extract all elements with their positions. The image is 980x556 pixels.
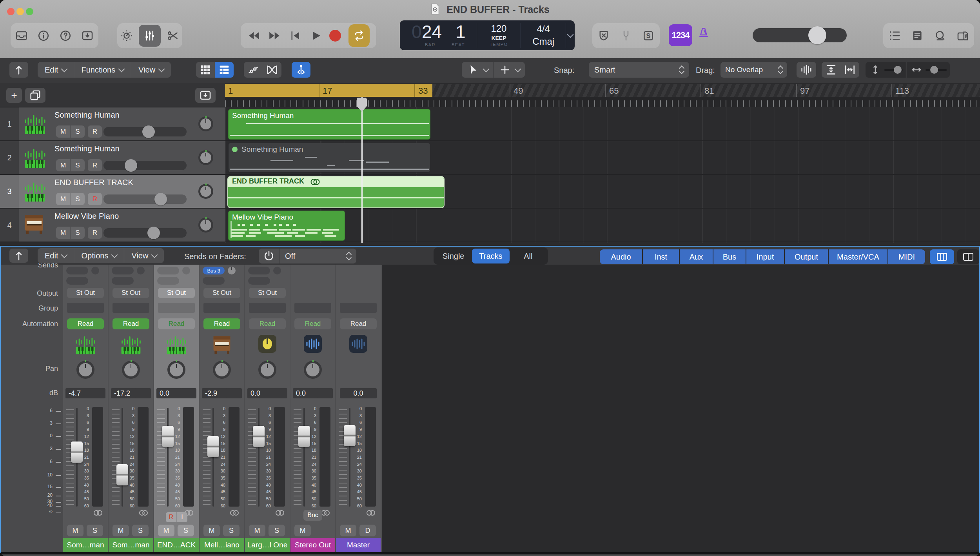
track-pan-knob[interactable] bbox=[198, 150, 213, 165]
solo-button[interactable]: S bbox=[71, 125, 85, 138]
group-slot[interactable] bbox=[158, 303, 195, 313]
volume-fader[interactable] bbox=[298, 426, 310, 447]
group-slot[interactable] bbox=[67, 303, 104, 313]
send-slot[interactable] bbox=[112, 267, 134, 274]
solo-button[interactable]: S bbox=[223, 525, 240, 536]
solo-button[interactable]: S bbox=[71, 227, 85, 239]
mixer-filter-input[interactable]: Input bbox=[746, 249, 785, 264]
mute-button[interactable]: M bbox=[294, 525, 311, 536]
volume-fader[interactable] bbox=[207, 436, 219, 457]
track-volume-slider[interactable] bbox=[103, 194, 187, 204]
track-pan-knob[interactable] bbox=[198, 184, 213, 199]
mute-button[interactable]: M bbox=[113, 525, 129, 536]
send-slot[interactable] bbox=[248, 267, 270, 274]
playhead-line[interactable] bbox=[361, 97, 363, 243]
secondary-tool-menu[interactable] bbox=[494, 62, 525, 78]
automation-mode-button[interactable]: Read bbox=[340, 318, 377, 329]
list-editors-icon[interactable] bbox=[888, 29, 901, 42]
mixer-view-mode-all[interactable]: All bbox=[510, 249, 547, 263]
note-pads-icon[interactable] bbox=[911, 29, 924, 42]
automation-mode-button[interactable]: Read bbox=[158, 318, 195, 329]
group-slot[interactable] bbox=[113, 303, 149, 313]
menu-view[interactable]: View bbox=[131, 62, 171, 78]
automation-mode-button[interactable]: Read bbox=[294, 318, 331, 329]
solo-button[interactable]: S bbox=[71, 193, 85, 205]
group-slot[interactable] bbox=[294, 303, 331, 313]
output-selector[interactable]: St Out bbox=[158, 288, 195, 298]
vertical-auto-zoom-button[interactable] bbox=[822, 62, 840, 78]
record-enable-button[interactable]: R bbox=[88, 193, 102, 205]
flex-button[interactable] bbox=[292, 62, 310, 78]
crossfade-icon[interactable] bbox=[263, 62, 281, 78]
mute-button[interactable]: M bbox=[56, 125, 70, 138]
track-volume-knob[interactable] bbox=[154, 193, 167, 205]
track-header[interactable]: Something HumanMSR bbox=[19, 107, 225, 140]
db-value[interactable]: -4.7 bbox=[65, 388, 91, 398]
group-slot[interactable] bbox=[340, 303, 377, 313]
lcd-display[interactable]: 0 24 1 BAR BEAT 120 KEEP TEMPO 4/4 Cmaj bbox=[400, 20, 575, 50]
send-bus[interactable]: Bus 3 bbox=[203, 267, 225, 274]
mixer-channel-strip[interactable]: Read0.003691215182124303540455060MD bbox=[336, 265, 381, 552]
record-icon[interactable] bbox=[329, 30, 341, 42]
add-track-button[interactable]: + bbox=[6, 88, 22, 103]
mute-button[interactable]: M bbox=[67, 525, 83, 536]
mute-button[interactable]: M bbox=[203, 525, 220, 536]
mixer-channel-strip[interactable]: St OutRead0.003691215182124303540455060M… bbox=[245, 265, 290, 552]
solo-button[interactable]: S bbox=[178, 525, 194, 536]
mixer-filter-midi[interactable]: MIDI bbox=[888, 249, 925, 264]
mixer-menu-edit[interactable]: Edit bbox=[38, 248, 74, 263]
pan-knob[interactable] bbox=[167, 361, 185, 379]
horizontal-auto-zoom-button[interactable] bbox=[840, 62, 859, 78]
send-slot[interactable] bbox=[112, 277, 134, 285]
track-number[interactable]: 4 bbox=[0, 209, 19, 242]
track-pan-knob[interactable] bbox=[198, 218, 213, 233]
pointer-tool-menu[interactable] bbox=[462, 62, 494, 78]
region-something-human-2[interactable]: Something Human bbox=[228, 143, 430, 173]
solo-button[interactable]: S bbox=[71, 159, 85, 171]
send-slot[interactable] bbox=[157, 277, 179, 285]
mixer-filter-bus[interactable]: Bus bbox=[713, 249, 746, 264]
input-monitor-button[interactable]: I bbox=[177, 512, 187, 522]
channel-name-plate[interactable]: END…ACK bbox=[154, 538, 199, 552]
mixer-filter-audio[interactable]: Audio bbox=[600, 249, 643, 264]
send-slot[interactable] bbox=[66, 277, 88, 285]
track-number[interactable]: 2 bbox=[0, 141, 19, 174]
region-something-human-1[interactable]: Something Human bbox=[228, 109, 430, 140]
track-header[interactable]: Something HumanMSR bbox=[19, 141, 225, 174]
send-knob[interactable] bbox=[91, 267, 99, 274]
region-list-view-button[interactable] bbox=[215, 62, 234, 78]
pan-knob[interactable] bbox=[304, 361, 322, 379]
mixer-hide-toolbar-button[interactable] bbox=[9, 249, 28, 263]
menu-functions[interactable]: Functions bbox=[74, 62, 131, 78]
output-selector[interactable]: St Out bbox=[113, 288, 149, 298]
db-value[interactable]: -2.9 bbox=[202, 388, 228, 398]
library-icon[interactable] bbox=[15, 29, 28, 42]
region-end-buffer-track[interactable]: END BUFFER TRACK bbox=[228, 177, 444, 207]
lcd-signature-section[interactable]: 4/4 Cmaj bbox=[521, 20, 566, 50]
cycle-icon[interactable] bbox=[348, 24, 370, 47]
mute-button[interactable]: M bbox=[340, 525, 356, 536]
pan-knob[interactable] bbox=[76, 361, 94, 379]
db-value[interactable]: 0.0 bbox=[247, 388, 273, 398]
channel-name-plate[interactable]: Som…man bbox=[109, 538, 153, 552]
drag-dropdown[interactable]: No Overlap bbox=[720, 62, 787, 78]
track-volume-knob[interactable] bbox=[125, 159, 137, 172]
solo-button[interactable]: S bbox=[87, 525, 103, 536]
mixer-view-mode-tracks[interactable]: Tracks bbox=[472, 249, 509, 263]
track-number[interactable]: 3 bbox=[0, 175, 19, 208]
mixer-single-pane-icon[interactable] bbox=[930, 249, 954, 264]
pan-knob[interactable] bbox=[258, 361, 276, 379]
track-volume-knob[interactable] bbox=[142, 125, 155, 138]
lcd-position-section[interactable]: 0 24 1 BAR BEAT bbox=[400, 20, 477, 50]
volume-fader[interactable] bbox=[344, 425, 356, 446]
db-value[interactable]: -17.2 bbox=[111, 388, 137, 398]
send-knob[interactable] bbox=[228, 267, 236, 274]
mute-button[interactable]: M bbox=[56, 159, 70, 171]
channel-name-plate[interactable]: Stereo Out bbox=[290, 538, 335, 552]
mute-button[interactable]: M bbox=[249, 525, 265, 536]
volume-fader[interactable] bbox=[162, 426, 174, 447]
mixer-filter-output[interactable]: Output bbox=[785, 249, 829, 264]
solo-icon[interactable]: S bbox=[642, 29, 655, 42]
mute-button[interactable]: M bbox=[56, 193, 70, 205]
power-icon[interactable] bbox=[259, 249, 279, 263]
